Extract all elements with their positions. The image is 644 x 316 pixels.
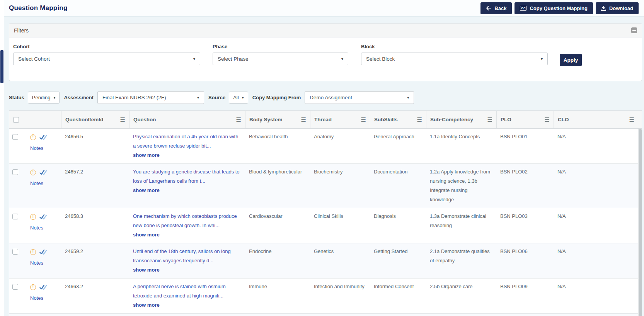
copy-question-mapping-button[interactable]: CC Copy Question Mapping: [515, 2, 593, 14]
table-row: ! Notes 24656.5 Physical examination of …: [9, 129, 638, 163]
question-show-more-link[interactable]: show more: [133, 230, 160, 240]
phase-select[interactable]: Select Phase ▾: [213, 53, 348, 65]
clo-cell: N/A: [554, 129, 638, 163]
status-dropdown[interactable]: Pending ▾: [28, 92, 60, 104]
notes-link[interactable]: Notes: [30, 294, 47, 303]
row-select-cell: ! Notes: [9, 208, 61, 243]
column-header-body-system: Body System ☰: [245, 111, 310, 128]
subskills-cell: Informed Consent: [370, 279, 426, 313]
subskills-cell: General Approach: [370, 129, 426, 163]
notes-link[interactable]: Notes: [30, 258, 47, 268]
table-scrollbar-thumb[interactable]: [639, 129, 642, 316]
question-item-id-cell: 24663.2: [61, 279, 129, 313]
filters-title: Filters: [14, 27, 29, 34]
row-select-cell: ! Notes: [9, 279, 61, 313]
subskills-cell: Documentation: [370, 164, 426, 208]
row-status-icons: !: [30, 169, 47, 176]
row-checkbox[interactable]: [12, 284, 18, 290]
row-select-cell: ! Notes: [9, 129, 61, 163]
question-link[interactable]: One mechanism by which osteoblasts produ…: [133, 212, 241, 230]
alert-circle-icon: !: [30, 284, 36, 290]
copy-mapping-from-select[interactable]: Demo Assignment ▾: [305, 91, 414, 104]
assessment-select-value: Final Exam NURS 262 (2F): [102, 95, 166, 100]
cohort-select[interactable]: Select Cohort ▾: [13, 53, 200, 65]
hamburger-icon[interactable]: ☰: [301, 117, 306, 122]
question-link[interactable]: A peripheral nerve is stained with osmiu…: [133, 282, 241, 301]
back-button-label: Back: [494, 5, 506, 11]
column-header-label: CLO: [558, 117, 569, 122]
row-checkbox[interactable]: [12, 134, 18, 140]
arrow-left-icon: [486, 6, 491, 10]
notes-link[interactable]: Notes: [30, 223, 47, 233]
sub-competency-text: 2.5b Organize care: [430, 284, 473, 289]
row-select-cell: ! Notes: [9, 164, 61, 208]
hamburger-icon[interactable]: ☰: [120, 117, 125, 122]
row-checkbox[interactable]: [12, 214, 18, 219]
row-status-icons: !: [30, 134, 47, 141]
body-system-cell: Endocrine: [245, 243, 310, 278]
assessment-label: Assessment: [64, 95, 94, 100]
column-header-sub-competency: Sub-Competency ☰: [426, 111, 496, 128]
row-status-stack: ! Notes: [30, 213, 47, 233]
question-cell: Which of the following best describes th…: [129, 314, 245, 316]
question-show-more-link[interactable]: show more: [133, 301, 160, 310]
filters-panel-body: Cohort Select Cohort ▾ Phase Select Phas…: [9, 37, 642, 81]
row-status-stack: ! Notes: [30, 248, 47, 268]
clo-cell: N/A: [554, 208, 638, 243]
phase-select-value: Select Phase: [218, 56, 249, 62]
alert-circle-icon: !: [30, 249, 36, 255]
column-header-label: QuestionItemId: [65, 117, 103, 122]
row-select-cell: ! Notes: [9, 314, 61, 316]
notes-link[interactable]: Notes: [30, 179, 47, 188]
row-select-cell: ! Notes: [9, 243, 61, 278]
sub-competency-text: 1.3a Demonstrate clinical reasoning: [430, 213, 486, 228]
row-checkbox[interactable]: [12, 249, 18, 255]
question-link[interactable]: You are studying a genetic disease that …: [133, 167, 241, 186]
download-button[interactable]: Download: [596, 2, 639, 14]
notes-link[interactable]: Notes: [30, 144, 47, 153]
column-header-plo: PLO ☰: [496, 111, 554, 128]
thread-cell: Infection and Immunity: [310, 279, 370, 313]
block-select[interactable]: Select Block ▾: [361, 53, 548, 65]
hamburger-icon[interactable]: ☰: [545, 117, 550, 122]
alert-circle-icon: !: [30, 170, 36, 175]
left-scrollbar-thumb[interactable]: [0, 50, 3, 83]
column-header-clo: CLO ☰: [554, 111, 638, 128]
row-checkbox[interactable]: [12, 169, 18, 175]
hamburger-icon[interactable]: ☰: [629, 117, 634, 122]
double-check-icon: [39, 249, 47, 255]
sub-competency-cell: 1.2a Apply knowledge from nursing scienc…: [426, 164, 496, 208]
hamburger-icon[interactable]: ☰: [487, 117, 492, 122]
caret-down-icon: ▾: [341, 57, 343, 61]
plo-cell: BSN PLO09, BSN PLO10: [496, 314, 554, 316]
column-header-label: Question: [133, 117, 156, 122]
alert-circle-icon: !: [30, 214, 36, 220]
question-show-more-link[interactable]: show more: [133, 186, 160, 195]
apply-button[interactable]: Apply: [560, 54, 582, 66]
hamburger-icon[interactable]: ☰: [236, 117, 241, 122]
question-link[interactable]: Until end of the 18th century, sailors o…: [133, 247, 241, 265]
phase-label: Phase: [213, 44, 348, 49]
hamburger-icon[interactable]: ☰: [417, 117, 422, 122]
hamburger-icon[interactable]: ☰: [361, 117, 366, 122]
question-link[interactable]: Physical examination of a 45-year-old ma…: [133, 132, 241, 151]
row-status-icons: !: [30, 213, 47, 220]
copy-question-mapping-label: Copy Question Mapping: [530, 5, 588, 11]
caret-down-icon: ▾: [541, 57, 543, 61]
question-show-more-link[interactable]: show more: [133, 265, 160, 275]
back-button[interactable]: Back: [480, 2, 512, 14]
question-show-more-link[interactable]: show more: [133, 151, 160, 160]
table-header-row: QuestionItemId ☰ Question ☰ Body System …: [9, 111, 642, 129]
download-icon: [601, 6, 606, 11]
plo-cell: BSN PLO09: [496, 279, 554, 313]
minus-square-icon[interactable]: [631, 27, 637, 33]
table-scrollbar-track: [638, 129, 642, 316]
assessment-select[interactable]: Final Exam NURS 262 (2F) ▾: [97, 91, 204, 104]
thread-cell: Clinical Skills: [310, 208, 370, 243]
body-system-cell: Renal & urinary: [245, 314, 310, 316]
body-system-cell: Behavioral health: [245, 129, 310, 163]
source-dropdown[interactable]: All ▾: [229, 92, 248, 104]
question-item-id-cell: 24665.2: [61, 314, 129, 316]
question-cell: One mechanism by which osteoblasts produ…: [129, 208, 245, 243]
select-all-checkbox[interactable]: [13, 117, 19, 123]
